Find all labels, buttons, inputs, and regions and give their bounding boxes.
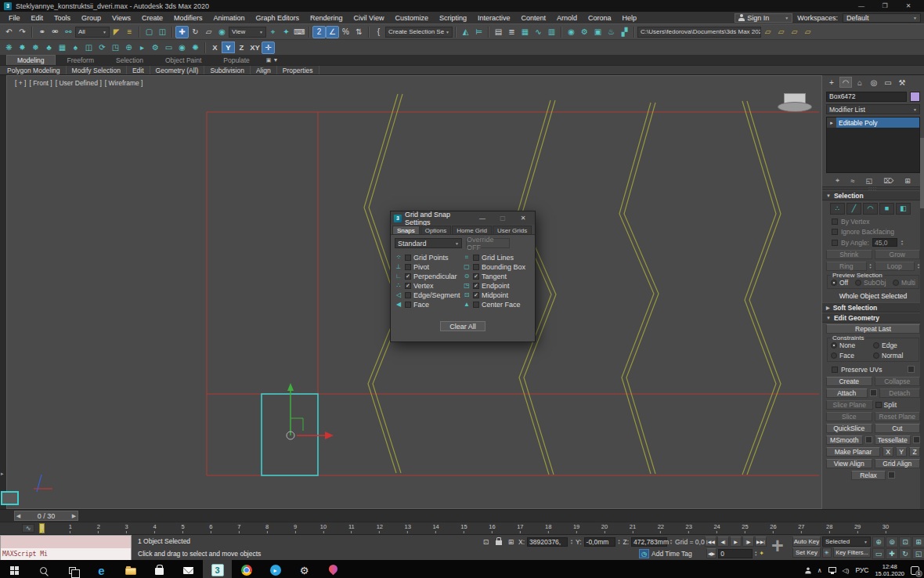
viewport-layout-thumbnail[interactable] — [1, 491, 19, 505]
ignore-backfacing-checkbox[interactable]: Ignore Backfacing — [822, 226, 924, 237]
minimize-button[interactable]: — — [850, 1, 873, 12]
make-unique-icon[interactable]: ◱ — [866, 177, 873, 185]
dialog-tab-options[interactable]: Options — [420, 226, 452, 234]
gizmo-x-arrowhead[interactable] — [325, 432, 334, 439]
next-frame-icon[interactable]: |▶ — [742, 536, 754, 547]
axis-constraint-xy[interactable]: XY — [248, 42, 262, 53]
snap-edge-segment-checkbox[interactable] — [405, 292, 411, 298]
z-button[interactable]: Z — [909, 447, 920, 457]
dope-sheet-icon[interactable]: ▥ — [545, 26, 558, 38]
axis-constraint-z[interactable]: Z — [235, 42, 248, 53]
render-production-icon[interactable]: ♨ — [605, 26, 618, 38]
gizmo-y-arrowhead[interactable] — [287, 383, 294, 391]
door-panel-wireframe-3[interactable] — [742, 101, 776, 475]
frame-tick-9[interactable]: 9 — [294, 523, 297, 533]
detach-button[interactable]: Detach — [879, 388, 921, 398]
project-folder-icon-4[interactable]: ▱ — [801, 26, 814, 38]
time-slider-handle[interactable]: ◀ 0 / 30 ▶ — [14, 511, 78, 521]
render-setup-icon[interactable]: ⚙ — [578, 26, 591, 38]
stack-item-editable-poly[interactable]: Editable Poly — [836, 117, 919, 128]
dialog-tab-snaps[interactable]: Snaps — [392, 226, 420, 234]
snap-option-vertex[interactable]: ∴✓Vertex — [395, 281, 463, 290]
show-end-result-icon[interactable]: ≈ — [850, 177, 854, 185]
material-editor-icon[interactable]: ◉ — [565, 26, 578, 38]
people-tray-icon[interactable] — [805, 567, 810, 573]
viewport-label-part-2[interactable]: [ User Defined ] — [56, 79, 102, 87]
task-view-button[interactable] — [58, 560, 87, 578]
ribbon-panel-geometry-all[interactable]: Geometry (All) — [150, 66, 205, 74]
key-filters-button[interactable]: Key Filters... — [833, 547, 871, 558]
frame-tick-5[interactable]: 5 — [181, 523, 184, 533]
z-coordinate-field[interactable]: 472,783mm — [631, 537, 667, 547]
x-coordinate-field[interactable]: 38920376, — [527, 537, 568, 547]
frame-tick-8[interactable]: 8 — [265, 523, 269, 533]
spinner-snap-icon[interactable]: ⇅ — [352, 26, 366, 38]
radio-icon[interactable] — [831, 280, 837, 286]
by-angle-row[interactable]: By Angle: 45,0 ▲▼ — [822, 237, 924, 248]
grid-align-button[interactable]: Grid Align — [875, 459, 921, 468]
menu-help[interactable]: Help — [617, 12, 643, 23]
custom-tool-icon-12[interactable]: ⚙ — [149, 42, 162, 54]
cut-button[interactable]: Cut — [875, 424, 921, 433]
ribbon-tab-selection[interactable]: Selection — [106, 56, 153, 65]
split-checkbox[interactable]: Split — [875, 401, 921, 409]
menu-arnold[interactable]: Arnold — [551, 12, 583, 23]
object-color-swatch[interactable] — [910, 92, 920, 102]
frame-tick-6[interactable]: 6 — [209, 523, 212, 533]
menu-content[interactable]: Content — [515, 12, 551, 23]
frame-tick-23[interactable]: 23 — [686, 523, 692, 533]
taskbar-mail-icon[interactable] — [174, 560, 203, 578]
snap-grid-lines-checkbox[interactable] — [473, 255, 479, 261]
frame-tick-20[interactable]: 20 — [601, 523, 608, 533]
maxscript-mini-listener[interactable]: MAXScript Mi — [0, 535, 132, 561]
constraint-radio-face[interactable]: Face — [831, 352, 873, 359]
preserve-uvs-row[interactable]: Preserve UVs — [822, 363, 924, 375]
frame-tick-21[interactable]: 21 — [630, 523, 636, 533]
edge-subobject-icon[interactable]: ╱ — [846, 203, 861, 215]
collapse-button[interactable]: Collapse — [875, 377, 921, 386]
ribbon-panel-modify-selection[interactable]: Modify Selection — [67, 66, 127, 74]
angle-snap-icon[interactable]: ∠ — [326, 26, 339, 38]
motion-tab-icon[interactable]: ◎ — [868, 77, 880, 88]
menu-graph-editors[interactable]: Graph Editors — [250, 12, 305, 23]
y-button[interactable]: Y — [896, 447, 907, 457]
previous-frame-nub[interactable]: ◀ — [15, 513, 22, 519]
frame-tick-14[interactable]: 14 — [432, 523, 439, 533]
viewcube-ring[interactable] — [778, 102, 812, 112]
time-slider[interactable]: ◀ 0 / 30 ▶ — [0, 509, 924, 522]
loop-button[interactable]: Loop — [875, 262, 915, 271]
axis-constraint-x[interactable]: X — [208, 42, 222, 53]
ribbon-tab-populate[interactable]: Populate — [213, 56, 260, 65]
workspace-dropdown[interactable]: Default ▼ — [843, 13, 921, 23]
set-key-button[interactable]: Set Key — [792, 547, 821, 558]
y-coordinate-field[interactable]: -0,0mm — [584, 537, 615, 547]
project-folder-icon-1[interactable]: ▱ — [761, 26, 774, 38]
mirror-icon[interactable]: ◭ — [459, 26, 472, 38]
snap-face-checkbox[interactable] — [405, 302, 411, 308]
tessellate-button[interactable]: Tessellate — [875, 435, 911, 445]
frame-tick-12[interactable]: 12 — [377, 523, 383, 533]
keyboard-override-icon[interactable]: ⌨ — [293, 26, 306, 38]
key-mode-icon[interactable]: ✦ — [759, 550, 764, 557]
edit-named-sets-icon[interactable]: { — [372, 26, 385, 38]
layer-explorer-icon[interactable]: ≣ — [505, 26, 518, 38]
select-object-icon[interactable]: ◤ — [110, 26, 123, 38]
taskbar-explorer-icon[interactable] — [116, 560, 145, 578]
window-crossing-icon[interactable]: ◫ — [156, 26, 169, 38]
pin-stack-icon[interactable]: ⌖ — [836, 176, 839, 185]
soft-selection-rollout-header[interactable]: ▶ Soft Selection — [822, 302, 924, 312]
snap-pivot-checkbox[interactable] — [405, 264, 411, 270]
checkbox[interactable] — [875, 402, 882, 408]
pan-icon[interactable]: ✚ — [886, 548, 898, 559]
radio-icon[interactable] — [855, 280, 861, 286]
radio-icon[interactable] — [831, 352, 837, 359]
frame-tick-18[interactable]: 18 — [545, 523, 551, 533]
spinner[interactable]: ▲▼ — [869, 263, 872, 269]
vertex-subobject-icon[interactable]: ∴ — [830, 203, 845, 215]
custom-tool-icon-14[interactable]: ◉ — [175, 42, 189, 54]
ribbon-display-dropdown[interactable]: ▣ ▼ — [266, 57, 279, 65]
menu-create[interactable]: Create — [136, 12, 168, 23]
slice-plane-button[interactable]: Slice Plane — [826, 400, 873, 410]
custom-tool-icon-11[interactable]: ▸ — [135, 42, 149, 54]
menu-corona[interactable]: Corona — [583, 12, 617, 23]
